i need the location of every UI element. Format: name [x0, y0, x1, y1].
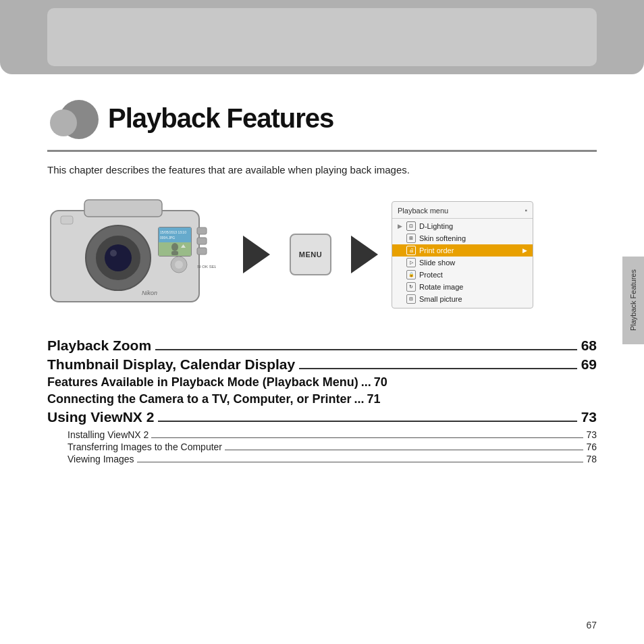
small-icon: ⊟: [406, 294, 416, 304]
svg-point-5: [110, 250, 117, 257]
toc-title-2: Thumbnail Display, Calendar Display: [47, 356, 295, 373]
svg-text:SI OK SEL: SI OK SEL: [197, 265, 216, 269]
toc-entry-features: Features Available in Playback Mode (Pla…: [47, 375, 597, 390]
svg-text:15/05/2013 13:10: 15/05/2013 13:10: [160, 230, 186, 234]
toc-sub-dots-2: [225, 450, 583, 450]
menu-button[interactable]: MENU: [290, 234, 331, 275]
toc-page-5: 73: [581, 409, 597, 425]
toc-title-3: Features Available in Playback Mode (Pla…: [47, 375, 358, 390]
camera-svg: 15/05/2013 13:10 0004.JPG Nikon SI OK SE…: [47, 190, 216, 308]
menu-close-icon: ▪: [525, 207, 527, 214]
svg-text:0004.JPG: 0004.JPG: [160, 236, 175, 240]
top-banner: [0, 0, 644, 74]
toc-page-4: 71: [367, 392, 380, 406]
rotate-label: Rotate image: [419, 283, 463, 291]
toc-sub-page-1: 73: [586, 429, 597, 440]
svg-rect-15: [197, 238, 207, 244]
skin-label: Skin softening: [419, 234, 466, 242]
rotate-icon: ↻: [406, 282, 416, 292]
chapter-description: This chapter describes the features that…: [47, 164, 597, 176]
camera-illustration: 15/05/2013 13:10 0004.JPG Nikon SI OK SE…: [47, 190, 230, 319]
toc-dots-2: [299, 368, 576, 369]
svg-point-4: [105, 244, 132, 271]
arrow-container-2: [338, 236, 392, 273]
dlighting-icon: ⊡: [406, 221, 416, 231]
svg-rect-1: [84, 200, 162, 217]
chapter-icon: [47, 95, 101, 142]
svg-rect-14: [197, 227, 207, 234]
toc-entry-playback-zoom: Playback Zoom 68: [47, 338, 597, 354]
menu-item-rotate[interactable]: ↻ Rotate image: [392, 281, 533, 293]
chapter-title: Playback Features: [108, 103, 333, 134]
toc-dots-5: [158, 421, 576, 422]
toc-page-3: 70: [374, 375, 387, 390]
svg-rect-16: [197, 248, 207, 254]
menu-button-area: MENU: [284, 234, 338, 275]
toc-ellipsis-3: ...: [361, 375, 371, 390]
toc-dots-1: [155, 349, 577, 350]
illustration-area: 15/05/2013 13:10 0004.JPG Nikon SI OK SE…: [47, 190, 597, 319]
toc-sub-dots-3: [137, 462, 584, 462]
arrow-container: [230, 236, 284, 273]
toc-title-4: Connecting the Camera to a TV, Computer,…: [47, 392, 351, 406]
toc-sub-page-2: 76: [586, 441, 597, 452]
toc-page-2: 69: [581, 356, 597, 373]
menu-item-print[interactable]: 🖨 Print order ▶: [392, 244, 533, 257]
page-number: 67: [586, 620, 597, 630]
playback-menu-title: Playback menu: [398, 207, 448, 215]
dlighting-label: D-Lighting: [419, 222, 453, 230]
menu-item-skin[interactable]: ⊞ Skin softening: [392, 232, 533, 244]
menu-item-indicator: ▶: [398, 223, 403, 230]
menu-item-small[interactable]: ⊟ Small picture: [392, 293, 533, 305]
main-content: Playback Features This chapter describes…: [0, 74, 644, 644]
small-label: Small picture: [419, 295, 462, 303]
banner-inner: [47, 8, 597, 66]
playback-menu-panel: Playback menu ▪ ▶ ⊡ D-Lighting ⊞ Skin so…: [392, 201, 533, 308]
toc-sub-3: Viewing Images 78: [47, 454, 597, 464]
menu-item-dlighting[interactable]: ▶ ⊡ D-Lighting: [392, 220, 533, 232]
skin-icon: ⊞: [406, 234, 416, 243]
icon-circle-small: [50, 109, 77, 136]
toc-sub-2: Transferring Images to the Computer 76: [47, 441, 597, 452]
svg-text:Nikon: Nikon: [142, 290, 157, 296]
menu-item-slideshow[interactable]: ▷ Slide show: [392, 257, 533, 269]
toc-sub-title-1: Installing ViewNX 2: [68, 429, 149, 440]
toc-section: Playback Zoom 68 Thumbnail Display, Cale…: [47, 338, 597, 464]
slideshow-icon: ▷: [406, 258, 416, 267]
toc-title-5: Using ViewNX 2: [47, 409, 154, 425]
toc-entry-thumbnail: Thumbnail Display, Calendar Display 69: [47, 356, 597, 373]
svg-point-18: [175, 261, 183, 269]
slideshow-label: Slide show: [419, 259, 455, 267]
toc-page-1: 68: [581, 338, 597, 354]
toc-title-1: Playback Zoom: [47, 338, 151, 354]
toc-ellipsis-4: ...: [354, 392, 364, 406]
toc-entry-connecting: Connecting the Camera to a TV, Computer,…: [47, 392, 597, 406]
toc-entry-viewnx: Using ViewNX 2 73: [47, 409, 597, 425]
toc-sub-page-3: 78: [586, 454, 597, 464]
toc-sub-title-3: Viewing Images: [68, 454, 134, 464]
protect-label: Protect: [419, 271, 443, 279]
direction-arrow: [243, 236, 270, 273]
section-divider: [47, 150, 597, 152]
svg-rect-12: [171, 251, 178, 255]
svg-point-11: [171, 243, 178, 251]
chapter-heading: Playback Features: [47, 95, 597, 142]
playback-menu-header: Playback menu ▪: [392, 205, 533, 219]
direction-arrow-2: [351, 236, 378, 273]
menu-item-protect[interactable]: 🔒 Protect: [392, 269, 533, 281]
protect-icon: 🔒: [406, 270, 416, 279]
print-label: Print order: [419, 246, 454, 254]
print-arrow: ▶: [522, 247, 527, 254]
svg-rect-21: [61, 216, 73, 224]
toc-sub-1: Installing ViewNX 2 73: [47, 429, 597, 440]
toc-sub-dots-1: [151, 437, 583, 438]
toc-sub-title-2: Transferring Images to the Computer: [68, 441, 222, 452]
print-icon: 🖨: [406, 246, 416, 255]
